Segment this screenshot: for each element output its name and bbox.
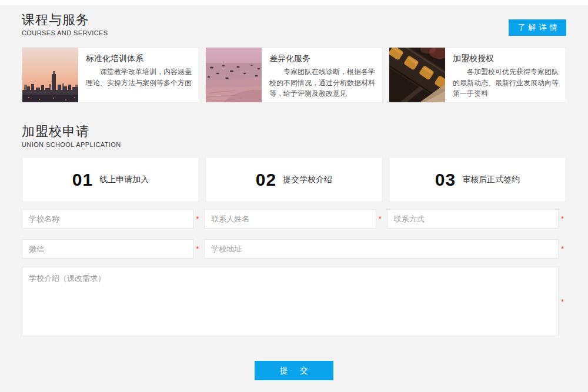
desert-dunes-image bbox=[206, 48, 262, 102]
application-section-header: 加盟校申请 UNION SCHOOL APPLICATION bbox=[22, 124, 566, 149]
required-asterisk: * bbox=[559, 215, 566, 223]
school-name-input[interactable] bbox=[22, 209, 193, 229]
school-intro-field-wrap: * bbox=[22, 267, 566, 336]
step-sign-contract: 03 审核后正式签约 bbox=[389, 157, 566, 202]
school-address-input[interactable] bbox=[204, 239, 559, 259]
form-row-2: * * bbox=[22, 239, 566, 259]
required-asterisk: * bbox=[559, 245, 566, 253]
card-text-block: 差异化服务 专家团队在线诊断，根据各学校的不同情况，通过分析数据材料等，给予评测… bbox=[262, 48, 382, 102]
step-label: 线上申请加入 bbox=[99, 175, 149, 185]
contact-method-input[interactable] bbox=[387, 209, 559, 229]
top-divider bbox=[0, 0, 588, 6]
courses-section-title: 课程与服务 bbox=[22, 12, 108, 28]
application-steps-row: 01 线上申请加入 02 提交学校介绍 03 审核后正式签约 bbox=[22, 157, 566, 202]
card-title: 标准化培训体系 bbox=[86, 53, 192, 63]
courses-section-header: 课程与服务 COURSES AND SERVICES 了解详情 bbox=[22, 12, 566, 37]
contact-method-field-wrap: * bbox=[387, 209, 566, 229]
card-standard-training: 标准化培训体系 课堂教学改革培训，内容涵盖理论、实操方法与案例等多个方面 bbox=[22, 47, 199, 103]
step-label: 提交学校介绍 bbox=[283, 175, 332, 185]
card-differentiated-service: 差异化服务 专家团队在线诊断，根据各学校的不同情况，通过分析数据材料等，给予评测… bbox=[205, 47, 383, 103]
courses-section-subtitle: COURSES AND SERVICES bbox=[22, 29, 108, 37]
application-section-subtitle: UNION SCHOOL APPLICATION bbox=[22, 140, 121, 149]
required-asterisk: * bbox=[376, 215, 384, 223]
step-online-apply: 01 线上申请加入 bbox=[22, 157, 199, 202]
school-intro-textarea[interactable] bbox=[22, 267, 559, 336]
required-asterisk: * bbox=[193, 215, 201, 223]
learn-more-label: 了解详情 bbox=[518, 22, 560, 33]
franchise-landing-page: 课程与服务 COURSES AND SERVICES 了解详情 bbox=[0, 0, 588, 392]
card-description: 专家团队在线诊断，根据各学校的不同情况，通过分析数据材料等，给予评测及教改意见 bbox=[269, 66, 375, 99]
city-sunset-image bbox=[22, 48, 78, 102]
step-number: 01 bbox=[72, 170, 93, 190]
service-cards-row: 标准化培训体系 课堂教学改革培训，内容涵盖理论、实操方法与案例等多个方面 bbox=[22, 47, 566, 103]
step-number: 03 bbox=[435, 170, 456, 190]
card-title: 差异化服务 bbox=[269, 53, 375, 63]
submit-label: 提 交 bbox=[280, 366, 313, 376]
step-label: 审核后正式签约 bbox=[462, 175, 520, 185]
courses-title-block: 课程与服务 COURSES AND SERVICES bbox=[22, 12, 108, 37]
card-franchise-authorization: 加盟校授权 各加盟校可优先获得专家团队的最新动态、最新行业发展动向等第一手资料 bbox=[389, 47, 566, 103]
submit-row: 提 交 bbox=[22, 361, 566, 380]
card-text-block: 加盟校授权 各加盟校可优先获得专家团队的最新动态、最新行业发展动向等第一手资料 bbox=[445, 48, 566, 102]
card-description: 课堂教学改革培训，内容涵盖理论、实操方法与案例等多个方面 bbox=[86, 66, 192, 88]
contact-name-input[interactable] bbox=[204, 209, 376, 229]
card-description: 各加盟校可优先获得专家团队的最新动态、最新行业发展动向等第一手资料 bbox=[453, 66, 559, 99]
card-title: 加盟校授权 bbox=[453, 53, 559, 63]
application-section-title: 加盟校申请 bbox=[22, 124, 121, 139]
form-row-1: * * * bbox=[22, 209, 566, 229]
contact-name-field-wrap: * bbox=[204, 209, 383, 229]
submit-button[interactable]: 提 交 bbox=[255, 361, 333, 380]
card-text-block: 标准化培训体系 课堂教学改革培训，内容涵盖理论、实操方法与案例等多个方面 bbox=[78, 48, 199, 102]
required-asterisk: * bbox=[193, 245, 201, 253]
school-address-field-wrap: * bbox=[204, 239, 566, 259]
step-submit-intro: 02 提交学校介绍 bbox=[205, 157, 383, 202]
wechat-field-wrap: * bbox=[22, 239, 201, 259]
film-strip-image bbox=[389, 48, 445, 102]
wechat-input[interactable] bbox=[22, 239, 193, 259]
content-container: 课程与服务 COURSES AND SERVICES 了解详情 bbox=[0, 12, 588, 380]
learn-more-button[interactable]: 了解详情 bbox=[509, 19, 566, 36]
required-asterisk: * bbox=[559, 298, 566, 306]
step-number: 02 bbox=[256, 170, 276, 190]
application-title-block: 加盟校申请 UNION SCHOOL APPLICATION bbox=[22, 124, 121, 149]
school-name-field-wrap: * bbox=[22, 209, 201, 229]
